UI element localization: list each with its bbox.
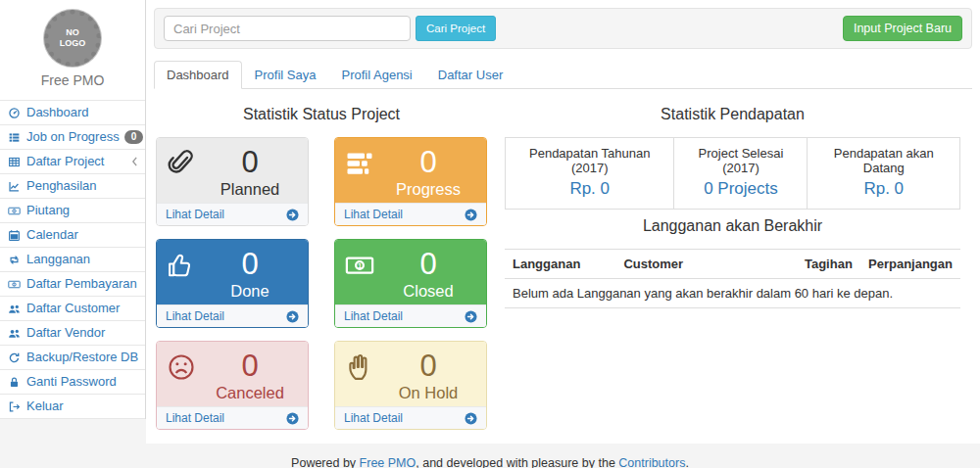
sidebar-item-job-on-progress[interactable]: Job on Progress 0	[0, 124, 145, 149]
svg-text:1: 1	[14, 209, 16, 212]
retweet-icon	[7, 253, 22, 266]
status-card-body: 0 Canceled	[157, 342, 308, 406]
status-label: On Hold	[380, 383, 476, 402]
status-label: Done	[202, 281, 298, 301]
status-card-body: 0 On Hold	[335, 342, 486, 406]
svg-text:1: 1	[358, 261, 362, 270]
svg-text:1: 1	[14, 282, 16, 286]
arrow-circle-icon	[286, 310, 299, 323]
income-section-title: Statistik Pendapatan	[505, 106, 960, 123]
status-count: 0	[380, 146, 476, 179]
count-badge: 0	[124, 130, 144, 144]
income-stat-label: Pendapatan akan Datang	[808, 138, 960, 178]
line-chart-icon	[7, 179, 22, 193]
sidebar-item-keluar[interactable]: Keluar	[0, 394, 145, 418]
status-card-done: 0 Done Lihat Detail	[156, 239, 309, 328]
lihat-detail-link[interactable]: Lihat Detail	[157, 304, 308, 327]
status-card-closed: 1 0 Closed Lihat Detail	[334, 239, 487, 328]
search-input[interactable]	[164, 16, 411, 41]
status-card-canceled: 0 Canceled Lihat Detail	[156, 341, 309, 430]
sidebar-item-ganti-password[interactable]: Ganti Password	[0, 369, 145, 394]
income-stats-table: Pendapatan Tahunan (2017) Project Selesa…	[505, 137, 960, 210]
no-logo-badge: NO LOGO	[44, 10, 101, 67]
lihat-detail-link[interactable]: Lihat Detail	[157, 406, 308, 429]
sidebar-item-piutang[interactable]: 1 Piutang	[0, 198, 145, 222]
tab-profil-agensi[interactable]: Profil Agensi	[328, 61, 424, 89]
sidebar-item-daftar-vendor[interactable]: Daftar Vendor	[0, 320, 145, 345]
status-count: 0	[380, 350, 476, 383]
status-label: Progress	[380, 179, 476, 199]
subscription-table: Langganan Customer Tagihan Perpanjangan	[505, 249, 960, 308]
tab-bar: Dashboard Profil Saya Profil Agensi Daft…	[154, 61, 972, 89]
status-count: 0	[202, 350, 298, 383]
income-stat-value: 0 Projects	[674, 177, 808, 210]
status-cards-grid: 0 Planned Lihat Detail	[156, 137, 487, 430]
lihat-detail-link[interactable]: Lihat Detail	[335, 203, 486, 225]
thumbs-up-icon	[167, 248, 202, 280]
status-label: Closed	[380, 281, 476, 301]
arrow-circle-icon	[465, 412, 477, 425]
status-section-title: Statistik Status Project	[156, 106, 487, 123]
sidebar-item-langganan[interactable]: Langganan	[0, 247, 145, 271]
top-toolbar: Cari Project Input Project Baru	[154, 8, 972, 49]
free-pmo-link[interactable]: Free PMO	[360, 456, 416, 468]
contributors-link[interactable]: Contributors	[618, 456, 685, 468]
subscription-empty-message: Belum ada Langganan yang akan berakhir d…	[505, 279, 960, 308]
sidebar-item-penghasilan[interactable]: Penghasilan	[0, 173, 145, 198]
arrow-circle-icon	[286, 209, 299, 221]
project-search-group: Cari Project	[164, 16, 496, 41]
subscription-column-header: Customer	[615, 250, 797, 279]
sidebar-menu: Dashboard Job on Progress 0 Daftar Proje…	[0, 100, 145, 419]
users-icon	[7, 326, 22, 340]
status-card-body: 0 Done	[157, 240, 308, 304]
subscription-column-header: Langganan	[505, 250, 615, 279]
income-stat-value: Rp. 0	[808, 177, 960, 210]
lihat-detail-label: Lihat Detail	[166, 208, 224, 221]
brand-name: Free PMO	[0, 72, 145, 94]
main-content: Cari Project Input Project Baru Dashboar…	[146, 0, 980, 444]
tab-dashboard[interactable]: Dashboard	[154, 61, 242, 89]
new-project-button[interactable]: Input Project Baru	[843, 16, 962, 41]
angle-left-icon	[131, 157, 138, 166]
status-card-planned: 0 Planned Lihat Detail	[156, 137, 309, 226]
footer-text: , and developed with pleasure by the	[416, 456, 618, 468]
sidebar-item-calendar[interactable]: Calendar	[0, 222, 145, 247]
sidebar-item-daftar-project[interactable]: Daftar Project	[0, 149, 145, 173]
subscription-column-header: Tagihan	[797, 250, 860, 279]
sidebar-item-daftar-pembayaran[interactable]: 1 Daftar Pembayaran	[0, 271, 145, 296]
sidebar-item-backup-restore-db[interactable]: Backup/Restore DB	[0, 345, 145, 369]
sidebar-item-dashboard[interactable]: Dashboard	[0, 100, 145, 124]
arrow-circle-icon	[465, 209, 477, 221]
page-footer: Powered by Free PMO, and developed with …	[0, 444, 980, 468]
status-card-body: 0 Planned	[157, 138, 308, 203]
status-count: 0	[202, 146, 298, 179]
lihat-detail-label: Lihat Detail	[344, 309, 403, 323]
search-button[interactable]: Cari Project	[416, 16, 496, 41]
lihat-detail-link[interactable]: Lihat Detail	[157, 203, 308, 225]
status-card-body: 1 0 Closed	[335, 240, 486, 304]
hand-paper-icon	[345, 350, 380, 382]
status-card-progress: 0 Progress Lihat Detail	[334, 137, 487, 226]
sidebar-item-daftar-customer[interactable]: Daftar Customer	[0, 296, 145, 320]
logo-text: NO LOGO	[58, 27, 87, 49]
refresh-icon	[7, 351, 22, 364]
tasks-icon	[345, 146, 380, 178]
lihat-detail-link[interactable]: Lihat Detail	[335, 406, 486, 429]
table-icon	[7, 155, 22, 168]
tab-profil-saya[interactable]: Profil Saya	[242, 61, 329, 89]
sign-out-icon	[7, 399, 22, 413]
lock-icon	[7, 375, 22, 389]
app-layout: NO LOGO Free PMO Dashboard Job on Progre…	[0, 0, 980, 444]
lihat-detail-label: Lihat Detail	[166, 309, 224, 323]
dashboard-icon	[7, 106, 22, 119]
income-stat-label: Pendapatan Tahunan (2017)	[506, 138, 674, 178]
banknote-icon: 1	[7, 204, 22, 217]
frown-icon	[167, 350, 202, 382]
tab-daftar-user[interactable]: Daftar User	[425, 61, 515, 89]
paperclip-icon	[167, 146, 202, 178]
arrow-circle-icon	[465, 310, 477, 323]
status-label: Planned	[202, 179, 298, 199]
users-icon	[7, 302, 22, 315]
status-count: 0	[202, 248, 298, 281]
lihat-detail-link[interactable]: Lihat Detail	[335, 304, 486, 327]
